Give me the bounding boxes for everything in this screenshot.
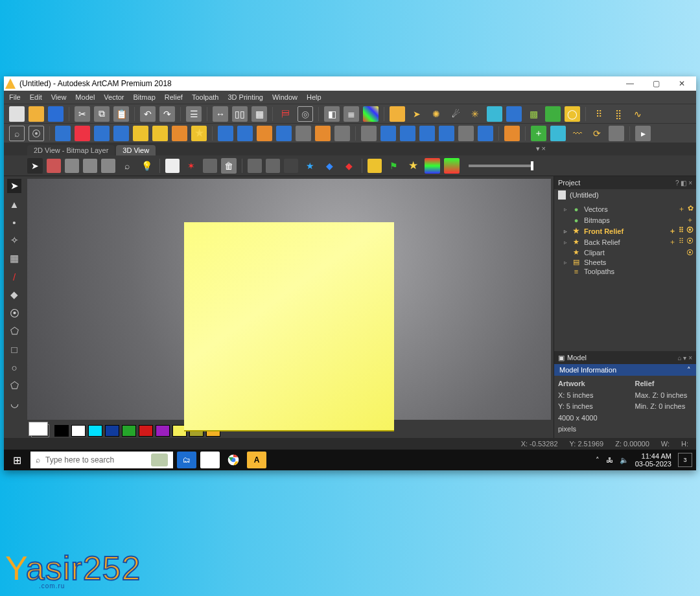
rect-tool[interactable]: □ bbox=[7, 342, 21, 356]
current-colors[interactable] bbox=[31, 424, 49, 437]
menu-relief[interactable]: Relief bbox=[165, 93, 183, 101]
notes-icon[interactable]: ☰ bbox=[186, 106, 202, 122]
layer-icon[interactable]: ≣ bbox=[344, 106, 359, 122]
arrow-tool-icon[interactable]: ➤ bbox=[27, 158, 43, 174]
stack-icon[interactable] bbox=[504, 126, 520, 141]
send-icon[interactable]: ➤ bbox=[409, 106, 425, 122]
swatch[interactable] bbox=[54, 425, 69, 437]
erase-icon[interactable]: ◧ bbox=[324, 106, 340, 122]
more-icon[interactable]: ▸ bbox=[635, 126, 651, 141]
zoom-icon[interactable]: ⌕ bbox=[119, 158, 135, 174]
point-tool[interactable]: • bbox=[7, 215, 21, 229]
tp6-icon[interactable] bbox=[315, 126, 331, 141]
undo-icon[interactable]: ↶ bbox=[140, 106, 156, 122]
dots2-icon[interactable]: ⣿ bbox=[611, 106, 626, 122]
swatch[interactable] bbox=[139, 425, 153, 437]
expand-icon[interactable]: ▹ bbox=[562, 239, 568, 246]
swatch[interactable] bbox=[71, 425, 86, 437]
relief-tile6-icon[interactable] bbox=[152, 126, 168, 141]
tab-2d-view[interactable]: 2D View - Bitmap Layer bbox=[27, 145, 115, 155]
menu-edit[interactable]: Edit bbox=[30, 93, 42, 101]
tp3-icon[interactable] bbox=[257, 126, 272, 141]
spark1-icon[interactable]: ✺ bbox=[428, 106, 444, 122]
menu-model[interactable]: Model bbox=[75, 93, 95, 101]
relief-tile7-icon[interactable] bbox=[172, 126, 187, 141]
tray-network-icon[interactable]: 🖧 bbox=[606, 456, 613, 464]
tree-row-actions[interactable]: ＋ bbox=[686, 215, 694, 225]
new-file-icon[interactable] bbox=[9, 106, 25, 122]
notifications-icon[interactable]: 3 bbox=[678, 453, 692, 467]
sim1-icon[interactable] bbox=[361, 126, 377, 141]
goldstar-icon[interactable]: ★ bbox=[405, 158, 421, 174]
tp4-icon[interactable] bbox=[276, 126, 292, 141]
target-icon[interactable]: ◎ bbox=[298, 106, 313, 122]
lamp-icon[interactable]: ⛿ bbox=[278, 106, 294, 122]
3d-viewport[interactable] bbox=[27, 179, 551, 420]
sim5-icon[interactable] bbox=[439, 126, 454, 141]
cube2-icon[interactable] bbox=[65, 159, 79, 173]
measure-icon[interactable]: ↔ bbox=[213, 106, 228, 122]
tree-row-bitmaps[interactable]: ●Bitmaps＋ bbox=[557, 214, 694, 225]
mesh-tool[interactable]: ▦ bbox=[7, 251, 21, 266]
grid-icon[interactable]: ▦ bbox=[251, 106, 267, 122]
dots1-icon[interactable]: ⠿ bbox=[591, 106, 607, 122]
sq-icon[interactable] bbox=[609, 126, 624, 141]
zoom-fit-icon[interactable]: ⌕ bbox=[9, 126, 25, 141]
polygon-tool[interactable]: ⬠ bbox=[7, 324, 21, 338]
expand-icon[interactable]: ▹ bbox=[562, 259, 568, 266]
menu-file[interactable]: File bbox=[9, 93, 21, 101]
copy-icon[interactable]: ⧉ bbox=[94, 106, 110, 122]
g3-icon[interactable] bbox=[284, 159, 298, 173]
bluedia-icon[interactable]: ◆ bbox=[321, 158, 337, 174]
tp2-icon[interactable] bbox=[237, 126, 253, 141]
menu-toolpath[interactable]: Toolpath bbox=[192, 93, 219, 101]
ring-icon[interactable]: ◯ bbox=[565, 106, 580, 122]
tab-3d-view[interactable]: 3D View bbox=[116, 145, 156, 155]
maximize-button[interactable]: ▢ bbox=[643, 76, 669, 91]
swatch[interactable] bbox=[88, 425, 102, 437]
trash-icon[interactable]: 🗑 bbox=[221, 158, 237, 174]
menu-bitmap[interactable]: Bitmap bbox=[134, 93, 156, 101]
spline-icon[interactable]: ∿ bbox=[630, 106, 646, 122]
greenbox-icon[interactable] bbox=[545, 106, 561, 122]
tree-row-actions[interactable]: ＋⠿⦿ bbox=[669, 226, 694, 236]
arc2-icon[interactable]: ⟳ bbox=[589, 126, 605, 141]
expand-icon[interactable]: ▹ bbox=[562, 228, 568, 235]
collapse-icon[interactable]: ˄ bbox=[687, 366, 691, 374]
tree-row-vectors[interactable]: ▹●Vectors＋✿ bbox=[557, 203, 694, 214]
g1-icon[interactable] bbox=[248, 159, 262, 173]
opacity-slider[interactable] bbox=[469, 165, 533, 167]
swatch[interactable] bbox=[105, 425, 119, 437]
close-button[interactable]: ✕ bbox=[669, 76, 695, 91]
project-panel-buttons[interactable]: ? ◧ × bbox=[675, 179, 692, 187]
project-panel-title[interactable]: Project ? ◧ × bbox=[554, 176, 696, 189]
rgb2-icon[interactable] bbox=[444, 158, 460, 174]
tree-row-front-relief[interactable]: ▹★Front Relief＋⠿⦿ bbox=[557, 225, 694, 236]
sim3-icon[interactable] bbox=[400, 126, 415, 141]
relief1-icon[interactable] bbox=[487, 106, 502, 122]
model-panel-buttons[interactable]: ⌂ ▾ × bbox=[678, 354, 692, 361]
axes-icon[interactable]: ✶ bbox=[183, 158, 199, 174]
sim7-icon[interactable] bbox=[478, 126, 493, 141]
menu-view[interactable]: View bbox=[51, 93, 67, 101]
tree-row-back-relief[interactable]: ▹★Back Relief＋⠿⦿ bbox=[557, 236, 694, 247]
light-icon[interactable]: 💡 bbox=[139, 158, 154, 174]
tab-options-icon[interactable]: ▾ × bbox=[536, 144, 546, 153]
relief-tile2-icon[interactable] bbox=[75, 126, 90, 141]
arc-tool[interactable]: ◡ bbox=[7, 396, 21, 411]
tp7-icon[interactable] bbox=[334, 126, 350, 141]
menu-3dprinting[interactable]: 3D Printing bbox=[228, 93, 262, 101]
yellowtile-icon[interactable] bbox=[368, 159, 382, 173]
cyl-icon[interactable] bbox=[550, 126, 566, 141]
plus-icon[interactable]: ＋ bbox=[531, 126, 546, 141]
pencil-tool[interactable]: / bbox=[7, 269, 21, 284]
star-icon[interactable]: ★ bbox=[191, 126, 207, 141]
tray-chevron-icon[interactable]: ˄ bbox=[596, 456, 600, 464]
menu-window[interactable]: Window bbox=[272, 93, 298, 101]
arc1-icon[interactable]: 〰 bbox=[570, 126, 585, 141]
taskbar-clock[interactable]: 11:44 AM 03-05-2023 bbox=[635, 452, 671, 468]
import-icon[interactable] bbox=[390, 106, 405, 122]
tp1-icon[interactable] bbox=[218, 126, 233, 141]
sim6-icon[interactable] bbox=[458, 126, 474, 141]
block-icon[interactable] bbox=[203, 159, 217, 173]
